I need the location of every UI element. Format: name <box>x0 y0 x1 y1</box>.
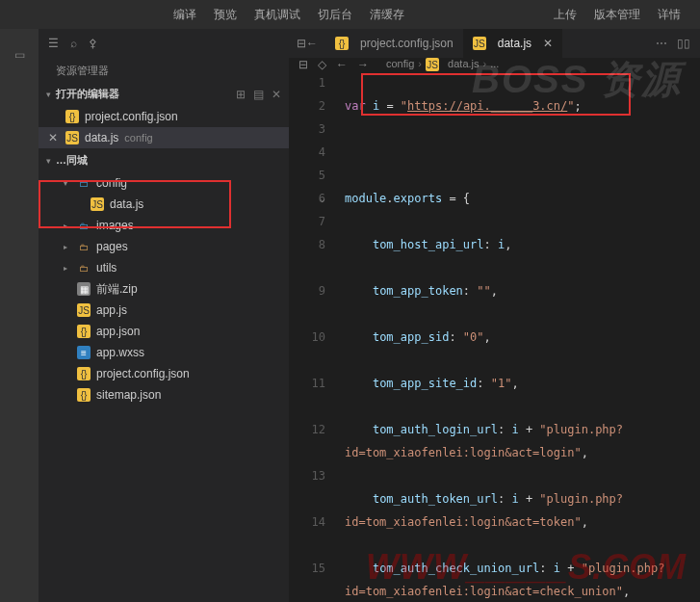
bookmark-icon[interactable]: ◇ <box>318 58 326 71</box>
js-icon: JS <box>91 197 104 211</box>
js-icon: JS <box>473 37 486 50</box>
prop: tom_auth_login_url <box>373 423 498 436</box>
chevron-down-icon: ▾ <box>46 90 56 99</box>
zip-icon: ▦ <box>77 282 91 296</box>
tab-data-js[interactable]: JS data.js ✕ <box>463 29 562 58</box>
open-editors-header[interactable]: ▾ 打开的编辑器 ⊞ ▤ ✕ <box>39 84 289 104</box>
prop: tom_host_api_url <box>373 238 484 251</box>
list-icon[interactable]: ☰ <box>48 37 59 50</box>
file-label: project.config.json <box>96 367 190 380</box>
folder-label: utils <box>96 261 117 275</box>
arrow-left-icon[interactable]: ← <box>336 58 348 71</box>
dock-icon[interactable]: ⊟← <box>297 37 318 50</box>
json-icon: {} <box>77 367 91 380</box>
file-label: sitemap.json <box>96 388 161 402</box>
breadcrumb: ⊟ ◇ ← → config›JS data.js›... <box>289 58 700 71</box>
new-file-icon[interactable]: ⊞ <box>236 88 246 101</box>
save-all-icon[interactable]: ▤ <box>253 88 264 101</box>
project-header[interactable]: ▾ …同城 <box>39 150 289 170</box>
breadcrumb-part[interactable]: ... <box>490 58 499 69</box>
line-gutter: 1234567 891011 12131415 <box>289 71 337 602</box>
file-app-wxss[interactable]: ≡ app.wxss <box>39 342 289 363</box>
tab-project-config[interactable]: {} project.config.json <box>325 29 463 58</box>
variable: i <box>373 99 379 113</box>
json-icon: {} <box>77 388 91 402</box>
file-label: data.js <box>110 197 143 211</box>
file-tree: ▾ 🗀 config JS data.js ▸ 🗀 images ▸ 🗀 pag… <box>39 170 289 407</box>
breadcrumb-part[interactable]: data.js <box>448 58 479 69</box>
fold-icon[interactable]: ⌄ <box>320 187 324 210</box>
url-string: https://api.______3.cn/ <box>407 99 567 113</box>
json-icon: {} <box>335 37 349 50</box>
more-icon[interactable]: ⋯ <box>656 37 667 50</box>
toolbar-details[interactable]: 详情 <box>658 7 681 23</box>
folder-icon: 🗀 <box>77 176 91 190</box>
multi-window-icon[interactable]: ▭ <box>8 43 31 66</box>
code-content[interactable]: var i = "https://api.______3.cn/"; ⌄modu… <box>337 71 700 602</box>
split-icon[interactable]: ▯▯ <box>677 37 690 50</box>
file-zip[interactable]: ▦ 前端.zip <box>39 278 289 300</box>
folder-icon: 🗀 <box>77 219 91 232</box>
js-icon: JS <box>77 303 91 317</box>
open-editor-item[interactable]: ✕ JS data.js config <box>39 127 289 148</box>
code-editor[interactable]: 1234567 891011 12131415 var i = "https:/… <box>289 71 700 602</box>
breadcrumb-part[interactable]: config <box>386 58 414 69</box>
tabs-bar: ⊟← {} project.config.json JS data.js ✕ ⋯… <box>289 29 700 58</box>
chevron-down-icon: ▾ <box>64 179 75 188</box>
file-label: app.wxss <box>96 346 144 359</box>
open-editors-list: {} project.config.json ✕ JS data.js conf… <box>39 104 289 150</box>
search-icon[interactable]: ⌕ <box>70 37 77 50</box>
file-project-config[interactable]: {} project.config.json <box>39 363 289 384</box>
tab-label: project.config.json <box>360 37 454 50</box>
prop: tom_app_sid <box>373 330 449 344</box>
sidebar-header: ☰ ⌕ ⚴ <box>39 29 289 58</box>
outline-icon[interactable]: ⊟ <box>298 58 308 71</box>
sidebar: ☰ ⌕ ⚴ 资源管理器 ▾ 打开的编辑器 ⊞ ▤ ✕ {} project.co… <box>39 29 289 602</box>
folder-config[interactable]: ▾ 🗀 config <box>39 172 289 194</box>
json-icon: {} <box>65 110 79 123</box>
file-sitemap[interactable]: {} sitemap.json <box>39 384 289 406</box>
prop: tom_app_site_id <box>373 377 477 390</box>
file-data-js[interactable]: JS data.js <box>39 194 289 215</box>
js-icon: JS <box>426 58 439 71</box>
close-icon[interactable]: ✕ <box>543 37 553 50</box>
val: "" <box>477 284 490 298</box>
close-all-icon[interactable]: ✕ <box>272 88 281 101</box>
file-label: project.config.json <box>85 110 178 123</box>
branch-icon[interactable]: ⚴ <box>89 37 97 50</box>
toolbar-compile[interactable]: 编译 <box>173 7 196 23</box>
file-label: app.js <box>96 303 127 317</box>
file-label: data.js <box>85 131 118 144</box>
toolbar-upload[interactable]: 上传 <box>554 7 577 23</box>
wxss-icon: ≡ <box>77 346 91 359</box>
file-label: app.json <box>96 325 140 338</box>
breadcrumb-path[interactable]: config›JS data.js›... <box>386 58 499 71</box>
toolbar-version[interactable]: 版本管理 <box>594 7 640 23</box>
chevron-down-icon: ▾ <box>46 156 56 166</box>
toolbar-remote-debug[interactable]: 真机调试 <box>254 7 300 23</box>
close-icon[interactable]: ✕ <box>48 131 58 144</box>
toolbar-background[interactable]: 切后台 <box>318 7 352 23</box>
folder-utils[interactable]: ▸ 🗀 utils <box>39 257 289 278</box>
prop: tom_app_token <box>373 284 463 298</box>
open-editor-item[interactable]: {} project.config.json <box>39 106 289 127</box>
file-label: 前端.zip <box>96 281 138 298</box>
prop: tom_auth_check_union_url <box>373 562 539 575</box>
toolbar-preview[interactable]: 预览 <box>214 7 237 23</box>
explorer-title: 资源管理器 <box>39 58 289 84</box>
open-editors-label: 打开的编辑器 <box>56 87 119 101</box>
val: "1" <box>491 377 512 390</box>
folder-pages[interactable]: ▸ 🗀 pages <box>39 236 289 257</box>
operator: = <box>386 99 393 113</box>
project-label: …同城 <box>56 153 88 168</box>
folder-icon: 🗀 <box>77 240 91 253</box>
file-app-js[interactable]: JS app.js <box>39 300 289 321</box>
chevron-right-icon: ▸ <box>64 222 75 230</box>
folder-images[interactable]: ▸ 🗀 images <box>39 215 289 236</box>
file-app-json[interactable]: {} app.json <box>39 321 289 342</box>
file-path-dim: config <box>124 132 152 144</box>
toolbar-clear-cache[interactable]: 清缓存 <box>370 7 404 23</box>
arrow-right-icon[interactable]: → <box>357 58 369 71</box>
activity-bar: ▭ <box>0 29 39 602</box>
js-icon: JS <box>65 131 79 144</box>
